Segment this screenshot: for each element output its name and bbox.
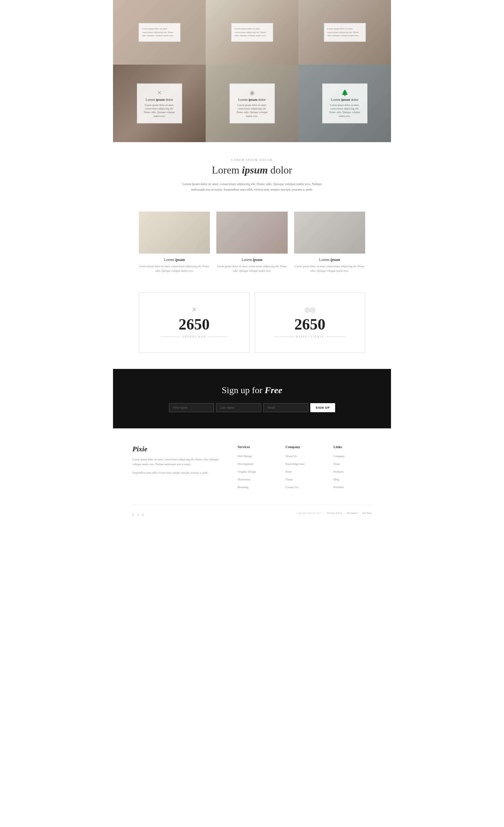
links-link-5[interactable]: Portfolio: [334, 486, 344, 489]
separator-2: |: [344, 512, 346, 515]
list-item: Knowledge base: [286, 460, 323, 466]
signup-button[interactable]: SIGN UP: [310, 403, 335, 412]
separator-3: |: [360, 512, 361, 515]
list-item: Graphic Design: [238, 468, 276, 474]
list-item: Team: [334, 460, 371, 466]
links-link-4[interactable]: Blog: [334, 478, 339, 481]
feature-title-2: Lorem ipsum: [216, 257, 287, 262]
gallery-card-text-3: Lorem ipsum dolor sit amet, consectetuer…: [327, 27, 362, 38]
company-link-3[interactable]: Story: [286, 470, 292, 473]
person-icon: ◉: [235, 89, 269, 96]
footer-brand: Pixie Lorem ipsum dolor sit amet, consec…: [133, 445, 228, 491]
section-label: LOREM IPSUM DOLOR: [119, 158, 385, 161]
gallery-cell-4: ✕ Lorem ipsum dolor Lorem ipsum dolor si…: [113, 64, 206, 142]
services-link-1[interactable]: Web Design: [238, 454, 252, 458]
services-link-4[interactable]: Illustration: [238, 478, 251, 481]
feature-2: Lorem ipsum Lorem ipsum dolor sit amet, …: [216, 211, 287, 273]
middle-section: LOREM IPSUM DOLOR Lorem ipsum dolor Lore…: [113, 142, 391, 211]
footer-company: Company About Us Knowledge base Story Te…: [286, 445, 323, 491]
separator-1: |: [324, 512, 326, 515]
brand-text-1: Lorem ipsum dolor sit amet, consectetuer…: [133, 457, 228, 467]
first-name-input[interactable]: [169, 403, 214, 412]
features-section: Lorem ipsum Lorem ipsum dolor sit amet, …: [113, 211, 391, 286]
feature-1: Lorem ipsum Lorem ipsum dolor sit amet, …: [139, 211, 210, 273]
stats-section: ✕ 2650 AWARDS WON ◎◎ 2650 HAPPY CLIENTS: [113, 286, 391, 369]
company-link-4[interactable]: Terms: [286, 478, 293, 481]
company-link-1[interactable]: About Us: [286, 454, 297, 458]
stat-awards: ✕ 2650 AWARDS WON: [139, 292, 250, 353]
awards-icon: ✕: [146, 306, 243, 313]
gallery-card-title-6: Lorem ipsum dolor: [328, 98, 362, 101]
gallery-cell-1: Lorem ipsum dolor sit amet, consectetuer…: [113, 0, 206, 64]
list-item: Products: [334, 468, 371, 474]
feature-image-3: [294, 211, 365, 254]
gallery-row-2: ✕ Lorem ipsum dolor Lorem ipsum dolor si…: [113, 64, 391, 142]
list-item: Contact Us: [286, 484, 323, 489]
links-link-2[interactable]: Team: [334, 462, 340, 466]
feature-text-1: Lorem ipsum dolor sit amet, consectetuer…: [139, 264, 210, 273]
clients-number: 2650: [261, 317, 359, 332]
gallery-card-text-6: Lorem ipsum dolor sit amet, consectetuer…: [328, 103, 362, 118]
services-link-2[interactable]: Development: [238, 462, 253, 466]
feature-text-3: Lorem ipsum dolor sit amet, consectetuer…: [294, 264, 365, 273]
gallery-card-text-5: Lorem ipsum dolor sit amet, consectetuer…: [235, 103, 269, 118]
brand-text-2: Suspendisse urna nibh, viverra non, semp…: [133, 470, 228, 475]
gallery-row-1: Lorem ipsum dolor sit amet, consectetuer…: [113, 0, 391, 64]
arrows-icon: ✕: [142, 89, 177, 96]
company-list: About Us Knowledge base Story Terms Cont…: [286, 452, 323, 489]
list-item: Terms: [286, 476, 323, 482]
feature-title-3: Lorem ipsum: [294, 257, 365, 262]
links-list: Company Team Products Blog Portfolio: [334, 452, 371, 489]
links-heading: Links: [334, 445, 371, 449]
list-item: Development: [238, 460, 276, 466]
gallery-card-text-2: Lorem ipsum dolor sit amet, consectetuer…: [235, 27, 269, 38]
signup-section: Sign up for Free SIGN UP: [113, 369, 391, 428]
gallery-card-text-1: Lorem ipsum dolor sit amet, consectetuer…: [142, 27, 177, 38]
last-name-input[interactable]: [216, 403, 261, 412]
section-description: Lorem ipsum dolor sit amet, consectetuer…: [181, 181, 323, 192]
feature-title-1: Lorem ipsum: [139, 257, 210, 262]
company-link-2[interactable]: Knowledge base: [286, 462, 305, 466]
copyright: Copyright Website 2017 | Privacy Policy …: [295, 512, 371, 515]
services-link-3[interactable]: Graphic Design: [238, 470, 256, 473]
email-input[interactable]: [263, 403, 308, 412]
services-link-5[interactable]: Branding: [238, 486, 249, 489]
feature-3: Lorem ipsum Lorem ipsum dolor sit amet, …: [294, 211, 365, 273]
sitemap-link[interactable]: Site Map: [362, 512, 371, 515]
clients-divider: HAPPY CLIENTS: [261, 335, 359, 338]
list-item: Branding: [238, 484, 276, 489]
disclaimer-link[interactable]: Disclaimer: [346, 512, 358, 515]
footer-bottom: f t t Copyright Website 2017 | Privacy P…: [133, 504, 371, 517]
facebook-icon[interactable]: f: [133, 513, 134, 517]
feature-image-2: [216, 211, 287, 254]
gallery-card-title-5: Lorem ipsum dolor: [235, 98, 269, 101]
list-item: Illustration: [238, 476, 276, 482]
clients-icon: ◎◎: [261, 306, 359, 313]
services-list: Web Design Development Graphic Design Il…: [238, 452, 276, 489]
twitter-icon[interactable]: t: [138, 513, 139, 517]
list-item: Company: [334, 452, 371, 458]
signup-form: SIGN UP: [119, 403, 385, 412]
company-heading: Company: [286, 445, 323, 449]
list-item: Web Design: [238, 452, 276, 458]
stat-clients: ◎◎ 2650 HAPPY CLIENTS: [255, 292, 365, 353]
section-title: Lorem ipsum dolor: [119, 164, 385, 176]
links-link-3[interactable]: Products: [334, 470, 344, 473]
services-heading: Services: [238, 445, 276, 449]
list-item: Blog: [334, 476, 371, 482]
tree-icon: 🌲: [328, 89, 362, 96]
gallery-cell-3: Lorem ipsum dolor sit amet, consectetuer…: [298, 0, 391, 64]
company-link-5[interactable]: Contact Us: [286, 486, 298, 489]
privacy-link[interactable]: Privacy Policy: [327, 512, 342, 515]
clients-label: HAPPY CLIENTS: [296, 335, 324, 338]
signup-title: Sign up for Free: [119, 385, 385, 395]
list-item: About Us: [286, 452, 323, 458]
footer-links: Links Company Team Products Blog Portfol…: [334, 445, 371, 491]
gallery-cell-2: Lorem ipsum dolor sit amet, consectetuer…: [206, 0, 298, 64]
feature-text-2: Lorem ipsum dolor sit amet, consectetuer…: [216, 264, 287, 273]
tumblr-icon[interactable]: t: [142, 513, 143, 517]
gallery-card-text-4: Lorem ipsum dolor sit amet, consectetuer…: [142, 103, 177, 118]
links-link-1[interactable]: Company: [334, 454, 345, 458]
social-links: f t t: [133, 513, 144, 517]
awards-label: AWARDS WON: [182, 335, 206, 338]
